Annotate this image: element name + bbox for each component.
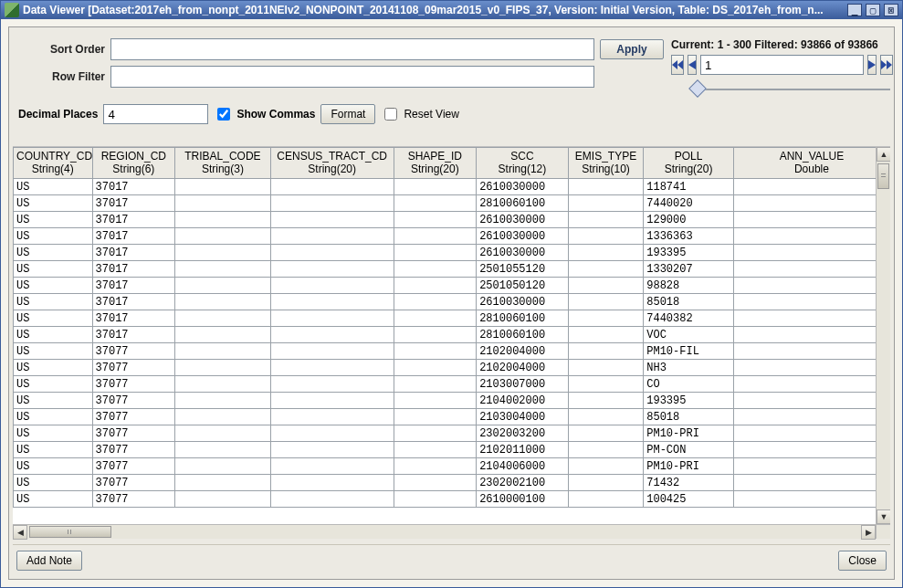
table-cell[interactable] [175, 261, 271, 278]
table-cell[interactable] [270, 261, 394, 278]
table-cell[interactable]: 37077 [92, 458, 175, 475]
minimize-icon[interactable]: ▁ [847, 4, 862, 16]
reset-view-input[interactable] [384, 108, 397, 121]
table-cell[interactable] [175, 409, 271, 425]
table-cell[interactable]: 193395 [644, 393, 734, 409]
table-cell[interactable] [733, 458, 889, 475]
table-cell[interactable]: 37077 [92, 409, 175, 425]
table-cell[interactable] [568, 491, 644, 508]
table-cell[interactable] [270, 475, 394, 491]
table-cell[interactable]: US [14, 475, 93, 491]
table-cell[interactable] [394, 195, 477, 212]
table-cell[interactable] [568, 475, 644, 491]
table-row[interactable]: US370772302003200PM10-PRI [14, 425, 890, 442]
table-cell[interactable] [270, 458, 394, 475]
table-cell[interactable] [568, 376, 644, 393]
table-cell[interactable]: 2103004000 [477, 409, 569, 425]
table-cell[interactable] [175, 343, 271, 360]
table-cell[interactable] [270, 491, 394, 508]
show-commas-input[interactable] [217, 108, 230, 121]
table-cell[interactable]: 37017 [92, 228, 175, 245]
table-cell[interactable]: 2302003200 [477, 425, 569, 442]
table-cell[interactable]: 37017 [92, 278, 175, 294]
table-cell[interactable]: NH3 [644, 360, 734, 376]
sort-order-input[interactable] [110, 38, 594, 60]
table-cell[interactable] [270, 425, 394, 442]
table-cell[interactable] [568, 179, 644, 195]
table-cell[interactable] [394, 343, 477, 360]
table-cell[interactable] [568, 212, 644, 228]
table-cell[interactable]: 2610030000 [477, 212, 569, 228]
table-cell[interactable]: 2103007000 [477, 376, 569, 393]
table-cell[interactable]: 85018 [644, 294, 734, 310]
table-cell[interactable] [270, 278, 394, 294]
table-cell[interactable]: 71432 [644, 475, 734, 491]
scroll-down-icon[interactable]: ▼ [877, 509, 890, 524]
table-cell[interactable] [733, 442, 889, 458]
table-cell[interactable] [394, 294, 477, 310]
table-cell[interactable] [175, 393, 271, 409]
table-cell[interactable]: 2102004000 [477, 360, 569, 376]
hscroll-thumb[interactable] [29, 526, 111, 538]
table-cell[interactable] [733, 343, 889, 360]
table-cell[interactable]: 1330207 [644, 261, 734, 278]
table-cell[interactable] [733, 425, 889, 442]
table-cell[interactable] [270, 179, 394, 195]
table-row[interactable]: US370772103007000CO [14, 376, 890, 393]
table-cell[interactable] [175, 442, 271, 458]
table-row[interactable]: US37017250105012098828 [14, 278, 890, 294]
table-cell[interactable]: US [14, 491, 93, 508]
table-cell[interactable]: US [14, 360, 93, 376]
table-row[interactable]: US370772102004000PM10-FIL [14, 343, 890, 360]
hscroll-track[interactable] [27, 525, 861, 539]
table-cell[interactable]: US [14, 278, 93, 294]
horizontal-scrollbar[interactable]: ◀ ▶ [13, 524, 876, 539]
column-header[interactable]: TRIBAL_CODEString(3) [175, 148, 271, 179]
table-cell[interactable] [394, 360, 477, 376]
table-cell[interactable] [733, 327, 889, 343]
table-cell[interactable] [394, 278, 477, 294]
table-cell[interactable] [733, 245, 889, 261]
table-cell[interactable]: 7440382 [644, 310, 734, 327]
table-cell[interactable] [270, 310, 394, 327]
table-cell[interactable] [394, 458, 477, 475]
table-cell[interactable]: 37077 [92, 491, 175, 508]
table-cell[interactable] [394, 475, 477, 491]
table-row[interactable]: US370772102011000PM-CON [14, 442, 890, 458]
table-cell[interactable] [175, 475, 271, 491]
table-cell[interactable]: PM10-PRI [644, 425, 734, 442]
table-cell[interactable] [394, 310, 477, 327]
column-header[interactable]: SCCString(12) [477, 148, 569, 179]
table-cell[interactable] [733, 261, 889, 278]
table-row[interactable]: US37077210300400085018 [14, 409, 890, 425]
table-cell[interactable] [394, 179, 477, 195]
table-cell[interactable] [175, 195, 271, 212]
table-cell[interactable] [394, 409, 477, 425]
table-cell[interactable] [394, 261, 477, 278]
table-row[interactable]: US3701728100601007440382 [14, 310, 890, 327]
table-cell[interactable] [733, 195, 889, 212]
table-cell[interactable]: 100425 [644, 491, 734, 508]
table-cell[interactable]: 2102004000 [477, 343, 569, 360]
table-cell[interactable] [733, 294, 889, 310]
table-cell[interactable]: 37017 [92, 310, 175, 327]
table-cell[interactable] [568, 409, 644, 425]
table-cell[interactable] [175, 458, 271, 475]
table-cell[interactable] [733, 278, 889, 294]
table-cell[interactable]: US [14, 310, 93, 327]
column-header[interactable]: REGION_CDString(6) [92, 148, 175, 179]
page-number-input[interactable] [700, 55, 864, 75]
table-cell[interactable]: 37017 [92, 195, 175, 212]
apply-button[interactable]: Apply [600, 39, 664, 59]
table-cell[interactable] [270, 343, 394, 360]
table-cell[interactable]: US [14, 393, 93, 409]
table-cell[interactable] [270, 360, 394, 376]
prev-page-button[interactable] [688, 55, 697, 75]
table-cell[interactable] [733, 310, 889, 327]
table-row[interactable]: US370172610030000118741 [14, 179, 890, 195]
column-header[interactable]: ANN_VALUEDouble [733, 148, 889, 179]
close-button[interactable]: Close [838, 551, 887, 571]
table-cell[interactable]: 7440020 [644, 195, 734, 212]
table-cell[interactable]: US [14, 458, 93, 475]
table-cell[interactable] [568, 294, 644, 310]
